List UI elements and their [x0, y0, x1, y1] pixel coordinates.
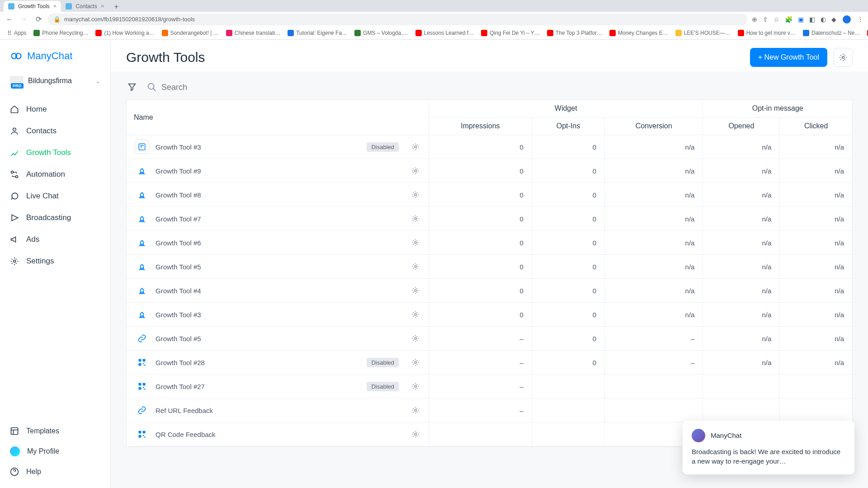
omnibox[interactable]: 🔒 manychat.com/fb198150208192061​8/growt… — [48, 14, 747, 25]
bookmark[interactable]: GMS – Vologda,… — [352, 29, 410, 37]
sidebar-item-broadcasting[interactable]: Broadcasting — [0, 207, 110, 229]
new-growth-tool-button[interactable]: + New Growth Tool — [750, 48, 827, 67]
cell-optins: 0 — [532, 327, 604, 351]
extension-icon[interactable]: ◧ — [809, 16, 815, 23]
toast-body: Broadcasting is back! We are excited to … — [692, 447, 845, 467]
svg-rect-36 — [143, 435, 144, 436]
table-row[interactable]: Growth Tool #3 0 0 n/a n/a n/a — [127, 303, 852, 327]
row-settings-button[interactable] — [410, 238, 420, 248]
sidebar-item-my-profile[interactable]: My Profile — [0, 441, 110, 462]
apps-button[interactable]: ⠿Apps — [5, 29, 29, 38]
bookmark[interactable]: Phone Recycling… — [31, 29, 91, 37]
qr-icon — [135, 379, 149, 394]
bookmark[interactable]: (1) How Working a… — [93, 29, 157, 37]
share-icon[interactable]: ⇪ — [763, 16, 768, 23]
bookmark[interactable]: Lessons Learned f… — [413, 29, 477, 37]
extension-icon[interactable]: 🧩 — [785, 16, 793, 23]
profile-avatar[interactable] — [842, 14, 852, 24]
close-icon[interactable]: × — [53, 3, 57, 9]
row-settings-button[interactable] — [410, 262, 420, 272]
reload-button[interactable]: ⟳ — [33, 14, 43, 24]
row-settings-button[interactable] — [410, 310, 420, 319]
row-settings-button[interactable] — [410, 405, 420, 415]
favicon — [66, 3, 72, 9]
svg-point-4 — [16, 176, 18, 178]
back-button[interactable]: ← — [5, 14, 14, 24]
cell-opened: n/a — [703, 327, 780, 351]
row-settings-button[interactable] — [410, 286, 420, 296]
bookmark-label: How to get more v… — [746, 30, 796, 36]
svg-rect-26 — [139, 383, 142, 386]
row-settings-button[interactable] — [410, 357, 420, 367]
table-row[interactable]: Growth Tool #7 0 0 n/a n/a n/a — [127, 207, 852, 231]
page-settings-button[interactable] — [834, 48, 853, 67]
table-row[interactable]: Growth Tool #9 0 0 n/a n/a n/a — [127, 159, 852, 183]
row-settings-button[interactable] — [410, 429, 420, 439]
forward-button[interactable]: → — [19, 14, 29, 24]
row-settings-button[interactable] — [410, 214, 420, 224]
cell-conversion: n/a — [605, 231, 703, 255]
row-settings-button[interactable] — [410, 142, 420, 152]
table-row[interactable]: Ref URL Feedback – — [127, 399, 852, 422]
bookmark[interactable]: LEE'S HOUSE—… — [673, 29, 733, 37]
notification-toast[interactable]: ManyChat Broadcasting is back! We are ex… — [683, 421, 854, 475]
star-icon[interactable]: ☆ — [774, 16, 779, 23]
bookmark-favicon — [547, 30, 553, 36]
zoom-icon[interactable]: ⊕ — [752, 16, 757, 23]
bookmark[interactable]: Money Changes E… — [607, 29, 671, 37]
bookmark[interactable]: The Top 3 Platfor… — [544, 29, 605, 37]
cell-impressions: – — [429, 375, 532, 399]
row-settings-button[interactable] — [410, 333, 420, 343]
svg-point-2 — [13, 128, 16, 131]
ads-icon — [10, 235, 19, 244]
sidebar-item-contacts[interactable]: Contacts — [0, 120, 110, 142]
row-settings-button[interactable] — [410, 166, 420, 176]
extension-icon[interactable]: ◆ — [831, 16, 836, 23]
filter-button[interactable] — [126, 81, 138, 93]
org-switcher[interactable]: Bildungsfirma ⌄ — [0, 70, 110, 91]
menu-icon[interactable]: ⋮ — [857, 16, 863, 23]
table-row[interactable]: Growth Tool #3 Disabled 0 0 n/a n/a n/a — [127, 135, 852, 159]
sidebar-item-home[interactable]: Home — [0, 99, 110, 120]
sidebar-item-growth-tools[interactable]: Growth Tools — [0, 142, 110, 164]
bookmark-label: Lessons Learned f… — [424, 30, 474, 36]
bookmark[interactable]: Datenschutz – Ne… — [800, 29, 863, 37]
row-settings-button[interactable] — [410, 190, 420, 200]
table-row[interactable]: Growth Tool #5 – 0 – n/a n/a — [127, 327, 852, 351]
bookmark[interactable]: Tutorial: Eigene Fa… — [285, 29, 350, 37]
bookmark[interactable]: Qing Fei De Yi – Y… — [478, 29, 542, 37]
extension-icon[interactable]: ▣ — [798, 16, 804, 23]
sidebar-item-settings[interactable]: Settings — [0, 250, 110, 272]
sidebar: ManyChat Bildungsfirma ⌄ Home Contacts G… — [0, 40, 111, 488]
svg-point-12 — [415, 170, 417, 172]
table-row[interactable]: Growth Tool #27 Disabled – — [127, 375, 852, 399]
tool-name: Growth Tool #3 — [156, 143, 201, 151]
table-row[interactable]: Growth Tool #6 0 0 n/a n/a n/a — [127, 231, 852, 255]
new-tab-button[interactable]: + — [111, 2, 121, 12]
sidebar-item-templates[interactable]: Templates — [0, 421, 110, 441]
bookmark[interactable]: Chinese translati… — [223, 29, 283, 37]
table-row[interactable]: Growth Tool #8 0 0 n/a n/a n/a — [127, 183, 852, 207]
app-logo[interactable]: ManyChat — [0, 46, 110, 70]
table-row[interactable]: Growth Tool #5 0 0 n/a n/a n/a — [127, 255, 852, 279]
search-input[interactable] — [161, 83, 270, 92]
sidebar-item-ads[interactable]: Ads — [0, 229, 110, 250]
bookmark[interactable]: How to get more v… — [735, 29, 798, 37]
table-row[interactable]: Growth Tool #4 0 0 n/a n/a n/a — [127, 279, 852, 303]
home-icon — [10, 105, 19, 114]
cell-conversion: n/a — [605, 255, 703, 279]
bookmark-label: Apps — [14, 30, 26, 36]
close-icon[interactable]: × — [101, 3, 104, 9]
bookmark[interactable]: Student Wants an… — [864, 29, 868, 37]
extension-icon[interactable]: ◐ — [821, 16, 826, 23]
table-row[interactable]: Growth Tool #28 Disabled – 0 – n/a n/a — [127, 351, 852, 375]
bookmark-label: Tutorial: Eigene Fa… — [296, 30, 347, 36]
sidebar-item-help[interactable]: Help — [0, 462, 110, 482]
sidebar-item-live-chat[interactable]: Live Chat — [0, 185, 110, 207]
bookmark[interactable]: Sonderangebot! | … — [159, 29, 222, 37]
cell-optins: 0 — [532, 183, 604, 207]
row-settings-button[interactable] — [410, 381, 420, 391]
browser-tab[interactable]: Growth Tools× — [4, 1, 61, 12]
browser-tab[interactable]: Contacts× — [61, 1, 108, 12]
sidebar-item-automation[interactable]: Automation — [0, 164, 110, 185]
